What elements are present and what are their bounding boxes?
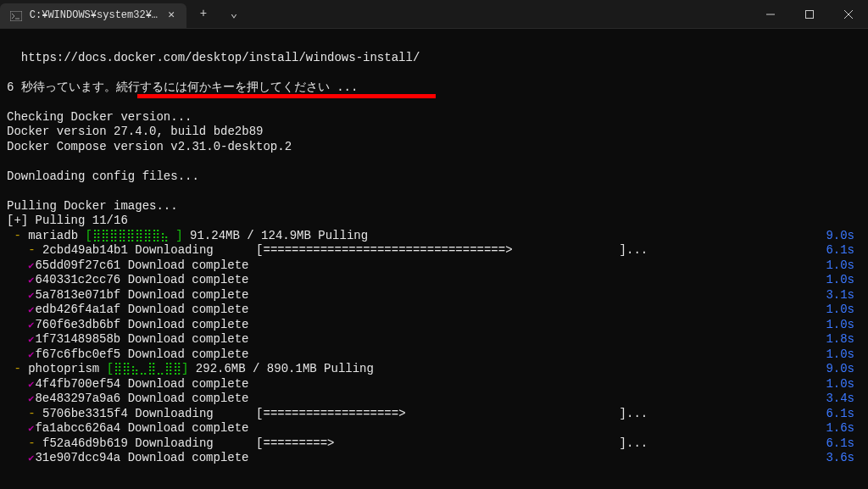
terminal-output[interactable]: https://docs.docker.com/desktop/install/… — [0, 29, 868, 489]
terminal-window: C:¥WINDOWS¥system32¥cmd ✕ + ⌄ https://do… — [0, 0, 868, 489]
layer-row: ✔65dd09f27c61 Download complete 1.0s — [7, 258, 861, 274]
svg-rect-3 — [806, 10, 814, 18]
layer-row: ✔5a7813e071bf Download complete 3.1s — [7, 288, 861, 303]
tab-dropdown-button[interactable]: ⌄ — [220, 3, 248, 26]
tabs-area: C:¥WINDOWS¥system32¥cmd ✕ + ⌄ — [0, 0, 751, 28]
tab-cmd[interactable]: C:¥WINDOWS¥system32¥cmd ✕ — [0, 3, 186, 28]
window-controls — [751, 0, 868, 28]
annotation-underline — [137, 94, 436, 98]
downloading-config-line: Downloading config files... — [7, 169, 861, 185]
check-icon: ✔ — [28, 379, 34, 392]
url-line: https://docs.docker.com/desktop/install/… — [7, 51, 861, 66]
layer-row: ✔4f4fb700ef54 Download complete 1.0s — [7, 377, 861, 392]
checking-line: Checking Docker version... — [7, 110, 861, 125]
docker-version-line: Docker version 27.4.0, build bde2b89 — [7, 125, 861, 140]
check-icon: ✔ — [28, 334, 34, 347]
layer-row: - f52a46d9b619 Downloading [=========> ]… — [7, 436, 861, 452]
pulling-count-line: [+] Pulling 11/16 — [7, 214, 861, 229]
compose-version-line: Docker Compose version v2.31.0-desktop.2 — [7, 140, 861, 155]
tab-close-button[interactable]: ✕ — [166, 8, 176, 22]
layer-row: ✔f67c6fbc0ef5 Download complete 1.0s — [7, 347, 861, 363]
tab-actions: + ⌄ — [186, 0, 251, 28]
check-icon: ✔ — [28, 320, 34, 332]
check-icon: ✔ — [28, 260, 34, 273]
layer-row: ✔fa1abcc626a4 Download complete 1.6s — [7, 421, 861, 436]
layer-row: ✔640331c2cc76 Download complete 1.0s — [7, 273, 861, 288]
check-icon: ✔ — [28, 349, 34, 362]
tab-title: C:¥WINDOWS¥system32¥cmd — [30, 9, 159, 22]
layer-row: ✔edb426f4a1af Download complete 1.0s — [7, 303, 861, 318]
layer-row: ✔8e483297a9a6 Download complete 3.4s — [7, 392, 861, 407]
layer-row: ✔760f6e3db6bf Download complete 1.0s — [7, 318, 861, 333]
titlebar: C:¥WINDOWS¥system32¥cmd ✕ + ⌄ — [0, 0, 868, 29]
check-icon: ✔ — [28, 304, 34, 317]
cmd-icon — [10, 9, 23, 23]
check-icon: ✔ — [28, 275, 34, 287]
new-tab-button[interactable]: + — [190, 3, 217, 26]
layer-row: ✔1f731489858b Download complete 1.8s — [7, 332, 861, 347]
pulling-header-line: Pulling Docker images... — [7, 199, 861, 214]
layer-row: ✔31e907dcc94a Download complete 3.6s — [7, 451, 861, 466]
check-icon: ✔ — [28, 423, 34, 436]
wait-line: 6 秒待っています。続行するには何かキーを押してください ... — [7, 81, 861, 96]
check-icon: ✔ — [28, 453, 34, 465]
image-row: - photoprism [⣿⣿⣦⣀⣿⣀⣿⣿] 292.6MB / 890.1M… — [7, 362, 861, 377]
layer-row: - 2cbd49ab14b1 Downloading [============… — [7, 243, 861, 258]
layer-row: - 5706be3315f4 Downloading [============… — [7, 407, 861, 422]
check-icon: ✔ — [28, 290, 34, 303]
svg-rect-0 — [10, 11, 22, 21]
close-button[interactable] — [829, 0, 868, 28]
maximize-button[interactable] — [790, 0, 829, 28]
check-icon: ✔ — [28, 393, 34, 406]
image-row: - mariadb [⣿⣿⣿⣿⣿⣿⣿⣿⣦ ] 91.24MB / 124.9MB… — [7, 229, 861, 244]
minimize-button[interactable] — [751, 0, 790, 28]
